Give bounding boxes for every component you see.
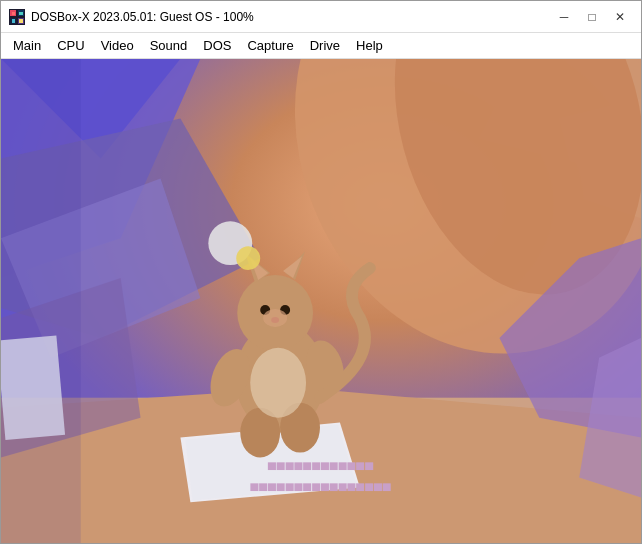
title-bar-controls: ─ □ ✕ xyxy=(551,7,633,27)
text-overlay: ▄▄▄▄▄▄▄▄▄▄▄▄ ▄▄▄▄▄▄▄▄▄▄▄▄▄▄▄▄ xyxy=(250,453,391,495)
menu-item-sound[interactable]: Sound xyxy=(142,35,196,56)
dosbox-icon xyxy=(9,9,25,25)
svg-point-43 xyxy=(236,246,260,270)
menu-item-cpu[interactable]: CPU xyxy=(49,35,92,56)
svg-marker-8 xyxy=(19,19,23,23)
title-bar: DOSBox-X 2023.05.01: Guest OS - 100% ─ □… xyxy=(1,1,641,33)
svg-marker-7 xyxy=(12,19,15,23)
menu-item-main[interactable]: Main xyxy=(5,35,49,56)
dosbox-window: DOSBox-X 2023.05.01: Guest OS - 100% ─ □… xyxy=(0,0,642,544)
close-button[interactable]: ✕ xyxy=(607,7,633,27)
svg-point-41 xyxy=(250,348,306,418)
svg-marker-6 xyxy=(19,12,23,15)
svg-marker-5 xyxy=(12,12,15,15)
menu-item-help[interactable]: Help xyxy=(348,35,391,56)
svg-marker-44 xyxy=(1,59,81,543)
menu-item-capture[interactable]: Capture xyxy=(239,35,301,56)
content-area: ▄▄▄▄▄▄▄▄▄▄▄▄ ▄▄▄▄▄▄▄▄▄▄▄▄▄▄▄▄ xyxy=(1,59,641,543)
menu-item-drive[interactable]: Drive xyxy=(302,35,348,56)
title-bar-text: DOSBox-X 2023.05.01: Guest OS - 100% xyxy=(31,10,551,24)
menu-item-video[interactable]: Video xyxy=(93,35,142,56)
menu-item-dos[interactable]: DOS xyxy=(195,35,239,56)
text-line2: ▄▄▄▄▄▄▄▄▄▄▄▄▄▄▄▄ xyxy=(250,474,391,495)
text-line1: ▄▄▄▄▄▄▄▄▄▄▄▄ xyxy=(250,453,391,474)
menu-bar: Main CPU Video Sound DOS Capture Drive H… xyxy=(1,33,641,59)
svg-point-36 xyxy=(263,309,287,327)
minimize-button[interactable]: ─ xyxy=(551,7,577,27)
maximize-button[interactable]: □ xyxy=(579,7,605,27)
